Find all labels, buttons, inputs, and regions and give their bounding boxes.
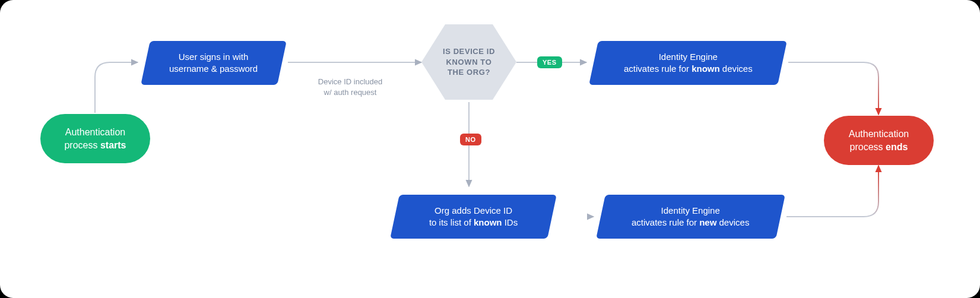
new-line2p: activates rule for: [632, 217, 699, 227]
new-line1: Identity Engine: [661, 205, 720, 215]
end-line1: Authentication: [849, 129, 909, 139]
device-id-note: Device ID included w/ auth request: [303, 75, 398, 99]
decision-line2: KNOWN TO: [446, 58, 492, 66]
decision-node: IS DEVICE ID KNOWN TO THE ORG?: [421, 22, 516, 102]
note-line2: w/ auth request: [324, 88, 377, 97]
known-line2b: known: [692, 64, 720, 74]
end-line2-prefix: process: [850, 142, 886, 152]
known-line2s: devices: [719, 64, 752, 74]
decision-line1: IS DEVICE ID: [443, 47, 495, 56]
flow-diagram: Authentication process starts User signs…: [0, 0, 980, 298]
new-devices-step: Identity Engine activates rule for new d…: [596, 195, 785, 239]
new-line2b: new: [700, 217, 717, 227]
end-line2-bold: ends: [886, 142, 908, 152]
start-line2-bold: starts: [100, 140, 126, 150]
signin-line2: username & password: [169, 64, 258, 74]
start-line1: Authentication: [65, 127, 125, 137]
add-line1: Org adds Device ID: [435, 205, 512, 215]
no-badge: NO: [460, 134, 481, 145]
known-line2p: activates rule for: [624, 64, 692, 74]
note-line1: Device ID included: [318, 77, 382, 86]
start-line2-prefix: process: [64, 140, 100, 150]
add-line2s: IDs: [502, 217, 518, 227]
start-node: Authentication process starts: [40, 114, 150, 163]
signin-line1: User signs in with: [179, 52, 249, 62]
yes-badge: YES: [537, 56, 562, 68]
end-node: Authentication process ends: [824, 116, 934, 165]
new-line2s: devices: [717, 217, 750, 227]
add-line2b: known: [474, 217, 502, 227]
known-line1: Identity Engine: [658, 52, 717, 62]
add-line2p: to its list of: [429, 217, 474, 227]
signin-step: User signs in with username & password: [141, 41, 287, 85]
add-device-step: Org adds Device ID to its list of known …: [390, 195, 557, 239]
known-devices-step: Identity Engine activates rule for known…: [589, 41, 787, 85]
decision-line3: THE ORG?: [448, 68, 490, 77]
